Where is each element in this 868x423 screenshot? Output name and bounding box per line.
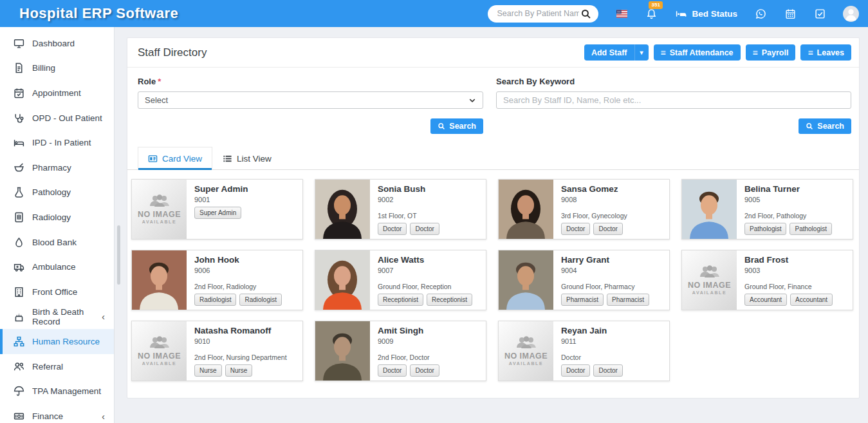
sidebar-item-blood-bank[interactable]: Blood Bank [0, 230, 114, 255]
search-icon [806, 122, 813, 130]
staff-photo [499, 180, 553, 239]
view-tabs: Card View List View [127, 147, 859, 170]
group-silhouette-icon [515, 336, 537, 352]
sidebar-item-label: Finance [32, 411, 63, 421]
card-view-icon [148, 154, 158, 164]
radiology-icon [14, 212, 24, 223]
building-icon [14, 287, 24, 297]
staff-card-9009[interactable]: Amit Singh 9009 2nd Floor, Doctor Doctor… [315, 321, 486, 381]
whatsapp-icon[interactable] [754, 7, 767, 20]
sidebar-item-label: Pathology [32, 187, 71, 197]
bed-status-link[interactable]: Bed Status [674, 7, 737, 20]
calendar-icon[interactable] [784, 7, 797, 20]
staff-photo [315, 180, 370, 239]
role-badge: Doctor [561, 223, 590, 235]
staff-role-badges: PathologistPathologist [744, 223, 846, 235]
role-badge: Accountant [744, 294, 787, 306]
tab-card-view[interactable]: Card View [138, 147, 212, 169]
patient-search-box[interactable] [488, 5, 598, 23]
staff-role-badges: DoctorDoctor [378, 223, 479, 235]
role-select-value: Select [145, 95, 168, 105]
add-staff-button[interactable]: Add Staff [584, 44, 635, 61]
leaves-button[interactable]: ≡Leaves [800, 44, 851, 61]
staff-location: 1st Floor, OT [378, 212, 479, 220]
sidebar-item-finance[interactable]: Finance ‹ [0, 404, 114, 423]
staff-card-9002[interactable]: Sonia Bush 9002 1st Floor, OT DoctorDoct… [315, 179, 486, 240]
sidebar-item-pathology[interactable]: Pathology [0, 180, 114, 205]
sidebar-item-label: Pharmacy [32, 163, 71, 173]
bed-icon [674, 7, 687, 20]
sidebar-item-appointment[interactable]: Appointment [0, 80, 114, 106]
user-avatar[interactable] [843, 6, 859, 22]
patient-search-input[interactable] [497, 9, 579, 18]
staff-attendance-button[interactable]: ≡Staff Attendance [654, 44, 741, 61]
sidebar-item-pharmacy[interactable]: Pharmacy [0, 155, 114, 180]
keyword-search-button[interactable]: Search [799, 118, 851, 134]
staff-card-9011[interactable]: NO IMAGE AVAILABLE Reyan Jain 9011 Docto… [498, 321, 670, 381]
staff-role-badges: PharmacistPharmacist [561, 294, 663, 306]
sidebar-item-radiology[interactable]: Radiology [0, 205, 114, 230]
header-actions: 351 Bed Status [488, 5, 859, 23]
sidebar-item-referral[interactable]: Referral [0, 354, 114, 379]
staff-card-9003[interactable]: NO IMAGE AVAILABLE Brad Frost 9003 Groun… [681, 250, 853, 310]
sidebar-item-billing[interactable]: Billing [0, 56, 114, 81]
staff-id: 9003 [744, 267, 846, 274]
filter-section: Role* Select Search Search By Keyword [127, 68, 859, 144]
role-badge: Radiologist [194, 294, 236, 306]
staff-card-9007[interactable]: Alice Watts 9007 Ground Floor, Reception… [315, 250, 486, 310]
payroll-button[interactable]: ≡Payroll [746, 44, 796, 61]
role-select[interactable]: Select [138, 91, 483, 109]
staff-name: Belina Turner [744, 184, 846, 194]
staff-role-badges: DoctorDoctor [378, 364, 479, 377]
search-icon[interactable] [579, 7, 592, 20]
list-icon: ≡ [661, 48, 666, 57]
sidebar-item-human-resource[interactable]: Human Resource [0, 329, 114, 354]
staff-location: Doctor [561, 353, 663, 361]
sidebar-item-dashboard[interactable]: Dashboard [0, 31, 114, 56]
staff-card-9008[interactable]: Sansa Gomez 9008 3rd Floor, Gynecology D… [498, 179, 670, 240]
staff-location: Ground Floor, Finance [744, 283, 846, 290]
sidebar-item-ipd-in-patient[interactable]: IPD - In Patient [0, 130, 114, 155]
notifications-bell-icon[interactable]: 351 [645, 7, 658, 20]
staff-card-9010[interactable]: NO IMAGE AVAILABLE Natasha Romanoff 9010… [131, 321, 303, 381]
staff-card-9005[interactable]: Belina Turner 9005 2nd Floor, Pathology … [681, 179, 853, 240]
notification-count-badge: 351 [649, 1, 662, 9]
role-search-button[interactable]: Search [430, 118, 483, 134]
stethoscope-icon [14, 113, 24, 124]
sidebar-item-opd-out-patient[interactable]: OPD - Out Patient [0, 106, 114, 131]
sidebar-item-ambulance[interactable]: Ambulance [0, 254, 114, 279]
staff-location: 2nd Floor, Pathology [744, 212, 846, 220]
language-flag-icon[interactable] [615, 7, 628, 20]
staff-role-badges: NurseNurse [194, 364, 296, 377]
keyword-search-input[interactable] [496, 91, 851, 109]
add-staff-dropdown-toggle[interactable]: ▾ [635, 44, 649, 61]
role-badge: Doctor [378, 223, 407, 235]
staff-id: 9004 [561, 267, 663, 274]
staff-photo [499, 250, 553, 310]
mortar-icon [14, 162, 24, 173]
chevron-left-icon: ‹ [102, 311, 114, 322]
sidebar-item-birth-death-record[interactable]: Birth & Death Record ‹ [0, 305, 114, 330]
staff-card-9004[interactable]: Harry Grant 9004 Ground Floor, Pharmacy … [498, 250, 670, 310]
no-image-placeholder: NO IMAGE AVAILABLE [132, 321, 187, 381]
staff-card-9001[interactable]: NO IMAGE AVAILABLE Super Admin 9001 Supe… [131, 179, 303, 240]
role-badge: Doctor [593, 223, 622, 235]
staff-name: Alice Watts [378, 255, 479, 265]
role-badge: Nurse [194, 364, 222, 377]
staff-id: 9006 [194, 267, 296, 274]
sitemap-icon [14, 336, 24, 347]
tab-list-view[interactable]: List View [212, 147, 282, 169]
staff-name: Brad Frost [744, 255, 846, 265]
sidebar-item-tpa-management[interactable]: TPA Management [0, 379, 114, 404]
app-title: Hospital ERP Software [19, 5, 178, 22]
staff-card-9006[interactable]: John Hook 9006 2nd Floor, Radiology Radi… [131, 250, 303, 310]
leaves-label: Leaves [817, 48, 844, 57]
staff-directory-panel: Staff Directory Add Staff ▾ ≡Staff Atten… [127, 37, 860, 399]
chevron-down-icon [468, 97, 476, 104]
sidebar-item-front-office[interactable]: Front Office [0, 279, 114, 305]
bed-icon [14, 137, 24, 148]
role-badge: Receptionist [427, 294, 472, 306]
tasks-check-icon[interactable] [813, 7, 826, 20]
staff-name: Sonia Bush [378, 184, 479, 194]
staff-name: Super Admin [194, 184, 296, 194]
